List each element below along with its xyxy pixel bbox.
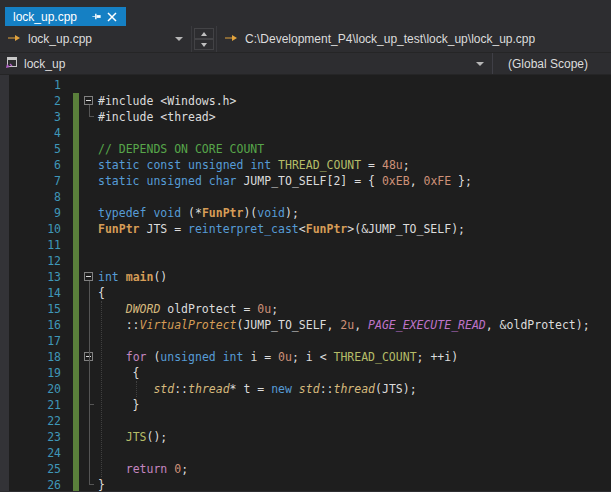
line-number[interactable]: 24: [0, 445, 63, 461]
path-dropdown-value: C:\Development_P4\lock_up_test\lock_up\l…: [245, 32, 535, 46]
code-line-18[interactable]: 18 for (unsigned int i = 0u; i < THREAD_…: [0, 349, 611, 365]
line-number[interactable]: 26: [0, 477, 63, 491]
code-line-22[interactable]: 22: [0, 413, 611, 429]
up-arrow-icon: [201, 32, 207, 36]
line-number[interactable]: 20: [0, 381, 63, 397]
scope-dropdown[interactable]: (Global Scope): [493, 53, 611, 74]
code-text: [98, 445, 611, 461]
line-number[interactable]: 22: [0, 413, 63, 429]
code-line-19[interactable]: 19 {: [0, 365, 611, 381]
line-number[interactable]: 25: [0, 461, 63, 477]
code-line-14[interactable]: 14{: [0, 285, 611, 301]
breakpoint-margin[interactable]: [0, 75, 9, 491]
fold-collapse-icon[interactable]: [84, 96, 93, 105]
code-line-13[interactable]: 13int main(): [0, 269, 611, 285]
outline-margin: [63, 125, 98, 141]
code-line-7[interactable]: 7static unsigned char JUMP_TO_SELF[2] = …: [0, 173, 611, 189]
line-number[interactable]: 11: [0, 237, 63, 253]
line-number[interactable]: 5: [0, 141, 63, 157]
code-line-4[interactable]: 4: [0, 125, 611, 141]
code-line-2[interactable]: 2#include <Windows.h>: [0, 93, 611, 109]
outline-margin: [63, 77, 98, 93]
code-text: }: [98, 397, 611, 413]
code-text: {: [98, 365, 611, 381]
line-number[interactable]: 14: [0, 285, 63, 301]
line-number[interactable]: 13: [0, 269, 63, 285]
code-line-5[interactable]: 5// DEPENDS ON CORE COUNT: [0, 141, 611, 157]
code-text: [98, 77, 611, 93]
code-line-6[interactable]: 6static const unsigned int THREAD_COUNT …: [0, 157, 611, 173]
outline-margin: [63, 237, 98, 253]
visual-studio-window: lock_up.cpp lock_up.cpp C:\Developm: [0, 0, 611, 492]
line-number[interactable]: 1: [0, 77, 63, 93]
line-number[interactable]: 16: [0, 317, 63, 333]
project-dropdown[interactable]: lock_up: [0, 53, 493, 74]
code-line-9[interactable]: 9typedef void (*FunPtr)(void);: [0, 205, 611, 221]
code-line-21[interactable]: 21 }: [0, 397, 611, 413]
tab-bar: lock_up.cpp: [0, 0, 611, 26]
split-down-button[interactable]: [194, 39, 214, 50]
code-line-23[interactable]: 23 JTS();: [0, 429, 611, 445]
outline-margin: [63, 333, 98, 349]
line-number[interactable]: 12: [0, 253, 63, 269]
fold-collapse-icon[interactable]: [84, 272, 93, 281]
code-line-24[interactable]: 24: [0, 445, 611, 461]
outline-bracket-include-foot: [89, 116, 94, 117]
code-text: for (unsigned int i = 0u; i < THREAD_COU…: [98, 349, 611, 365]
code-text: // DEPENDS ON CORE COUNT: [98, 141, 611, 157]
outline-margin: [63, 285, 98, 301]
code-line-11[interactable]: 11: [0, 237, 611, 253]
code-line-25[interactable]: 25 return 0;: [0, 461, 611, 477]
line-number[interactable]: 15: [0, 301, 63, 317]
line-number[interactable]: 18: [0, 349, 63, 365]
code-lines: 12#include <Windows.h>3#include <thread>…: [0, 77, 611, 491]
code-line-10[interactable]: 10FunPtr JTS = reinterpret_cast<FunPtr>(…: [0, 221, 611, 237]
code-text: DWORD oldProtect = 0u;: [98, 301, 611, 317]
code-line-3[interactable]: 3#include <thread>: [0, 109, 611, 125]
code-text: ::VirtualProtect(JUMP_TO_SELF, 2u, PAGE_…: [98, 317, 611, 333]
code-text: static const unsigned int THREAD_COUNT =…: [98, 157, 611, 173]
code-text: std::thread* t = new std::thread(JTS);: [98, 381, 611, 397]
code-line-17[interactable]: 17: [0, 333, 611, 349]
code-line-12[interactable]: 12: [0, 253, 611, 269]
outline-margin: [63, 349, 98, 365]
outline-margin: [63, 93, 98, 109]
code-text: [98, 413, 611, 429]
code-line-15[interactable]: 15 DWORD oldProtect = 0u;: [0, 301, 611, 317]
code-line-20[interactable]: 20 std::thread* t = new std::thread(JTS)…: [0, 381, 611, 397]
file-dropdown[interactable]: lock_up.cpp: [0, 26, 192, 52]
line-number[interactable]: 6: [0, 157, 63, 173]
line-number[interactable]: 3: [0, 109, 63, 125]
code-text: FunPtr JTS = reinterpret_cast<FunPtr>(&J…: [98, 221, 611, 237]
split-window-control[interactable]: [194, 28, 214, 50]
code-line-8[interactable]: 8: [0, 189, 611, 205]
line-number[interactable]: 4: [0, 125, 63, 141]
outline-margin: [63, 365, 98, 381]
outline-margin: [63, 413, 98, 429]
line-number[interactable]: 8: [0, 189, 63, 205]
split-up-button[interactable]: [194, 28, 214, 39]
close-icon[interactable]: [105, 10, 119, 24]
line-number[interactable]: 23: [0, 429, 63, 445]
tab-title: lock_up.cpp: [13, 10, 77, 24]
code-line-16[interactable]: 16 ::VirtualProtect(JUMP_TO_SELF, 2u, PA…: [0, 317, 611, 333]
line-number[interactable]: 21: [0, 397, 63, 413]
line-number[interactable]: 17: [0, 333, 63, 349]
code-text: typedef void (*FunPtr)(void);: [98, 205, 611, 221]
outline-margin: [63, 109, 98, 125]
project-dropdown-value: lock_up: [24, 57, 476, 71]
line-number[interactable]: 10: [0, 221, 63, 237]
code-text: [98, 125, 611, 141]
path-dropdown[interactable]: C:\Development_P4\lock_up_test\lock_up\l…: [216, 26, 611, 52]
chevron-down-icon: [175, 37, 183, 41]
line-number[interactable]: 7: [0, 173, 63, 189]
pin-icon[interactable]: [89, 10, 103, 24]
tab-lock-up-cpp[interactable]: lock_up.cpp: [5, 7, 126, 26]
line-number[interactable]: 2: [0, 93, 63, 109]
outline-margin: [63, 189, 98, 205]
code-editor[interactable]: 12#include <Windows.h>3#include <thread>…: [0, 75, 611, 491]
goto-arrow-icon: [225, 32, 238, 46]
code-line-1[interactable]: 1: [0, 77, 611, 93]
line-number[interactable]: 19: [0, 365, 63, 381]
line-number[interactable]: 9: [0, 205, 63, 221]
